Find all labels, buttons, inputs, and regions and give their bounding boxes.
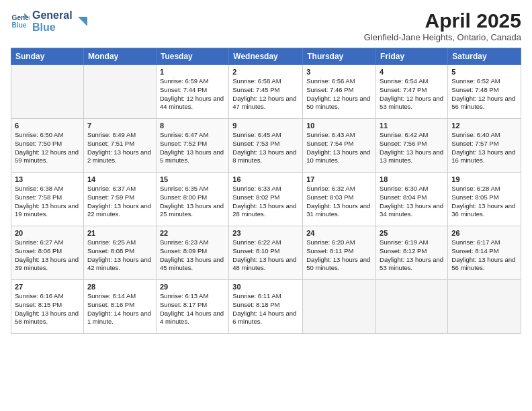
day-number: 3 xyxy=(306,68,372,76)
day-info: Sunrise: 6:56 AMSunset: 7:46 PMDaylight:… xyxy=(306,77,372,111)
calendar-cell: 1Sunrise: 6:59 AMSunset: 7:44 PMDaylight… xyxy=(156,65,228,119)
calendar-cell: 10Sunrise: 6:43 AMSunset: 7:54 PMDayligh… xyxy=(303,119,376,173)
calendar-cell: 4Sunrise: 6:54 AMSunset: 7:47 PMDaylight… xyxy=(376,65,448,119)
calendar-cell xyxy=(83,65,156,119)
day-number: 22 xyxy=(160,229,225,237)
svg-text:General: General xyxy=(12,14,30,21)
calendar-cell: 22Sunrise: 6:23 AMSunset: 8:09 PMDayligh… xyxy=(156,226,228,280)
page: General Blue General Blue General Blue A… xyxy=(0,0,532,411)
calendar-cell: 16Sunrise: 6:33 AMSunset: 8:02 PMDayligh… xyxy=(229,173,303,226)
calendar-cell: 17Sunrise: 6:32 AMSunset: 8:03 PMDayligh… xyxy=(303,173,376,226)
day-info: Sunrise: 6:25 AMSunset: 8:08 PMDaylight:… xyxy=(87,238,152,273)
day-info: Sunrise: 6:59 AMSunset: 7:44 PMDaylight:… xyxy=(160,77,225,111)
calendar-cell: 14Sunrise: 6:37 AMSunset: 7:59 PMDayligh… xyxy=(83,173,156,226)
day-info: Sunrise: 6:23 AMSunset: 8:09 PMDaylight:… xyxy=(160,238,225,273)
calendar-week-4: 20Sunrise: 6:27 AMSunset: 8:06 PMDayligh… xyxy=(11,226,521,280)
day-number: 30 xyxy=(232,283,299,291)
svg-marker-4 xyxy=(78,17,87,26)
day-number: 4 xyxy=(380,68,444,76)
day-info: Sunrise: 6:19 AMSunset: 8:12 PMDaylight:… xyxy=(380,238,444,273)
calendar-cell: 25Sunrise: 6:19 AMSunset: 8:12 PMDayligh… xyxy=(376,226,448,280)
day-number: 18 xyxy=(380,175,444,183)
day-info: Sunrise: 6:11 AMSunset: 8:18 PMDaylight:… xyxy=(232,292,299,326)
day-number: 19 xyxy=(451,175,517,183)
day-info: Sunrise: 6:52 AMSunset: 7:48 PMDaylight:… xyxy=(451,77,517,111)
day-number: 5 xyxy=(451,68,517,76)
day-info: Sunrise: 6:42 AMSunset: 7:56 PMDaylight:… xyxy=(380,131,444,165)
day-number: 6 xyxy=(15,122,80,130)
day-number: 20 xyxy=(15,229,80,237)
day-info: Sunrise: 6:50 AMSunset: 7:50 PMDaylight:… xyxy=(15,131,80,165)
logo-triangle-icon xyxy=(74,13,89,28)
day-info: Sunrise: 6:28 AMSunset: 8:05 PMDaylight:… xyxy=(451,185,517,219)
header: General Blue General Blue General Blue A… xyxy=(11,9,521,42)
calendar-cell: 21Sunrise: 6:25 AMSunset: 8:08 PMDayligh… xyxy=(83,226,156,280)
calendar-cell: 8Sunrise: 6:47 AMSunset: 7:52 PMDaylight… xyxy=(156,119,228,173)
calendar-cell xyxy=(303,280,376,334)
day-info: Sunrise: 6:33 AMSunset: 8:02 PMDaylight:… xyxy=(232,185,299,219)
day-number: 9 xyxy=(232,122,299,130)
column-header-friday: Friday xyxy=(376,48,448,65)
day-info: Sunrise: 6:22 AMSunset: 8:10 PMDaylight:… xyxy=(232,238,299,273)
calendar-cell: 19Sunrise: 6:28 AMSunset: 8:05 PMDayligh… xyxy=(448,173,521,226)
day-number: 21 xyxy=(87,229,152,237)
calendar-cell: 20Sunrise: 6:27 AMSunset: 8:06 PMDayligh… xyxy=(11,226,84,280)
column-header-monday: Monday xyxy=(83,48,156,65)
calendar-cell: 3Sunrise: 6:56 AMSunset: 7:46 PMDaylight… xyxy=(303,65,376,119)
title-block: April 2025 Glenfield-Jane Heights, Ontar… xyxy=(364,9,521,42)
day-info: Sunrise: 6:54 AMSunset: 7:47 PMDaylight:… xyxy=(380,77,444,111)
column-header-thursday: Thursday xyxy=(303,48,376,65)
calendar-week-5: 27Sunrise: 6:16 AMSunset: 8:15 PMDayligh… xyxy=(11,280,521,334)
calendar-cell: 13Sunrise: 6:38 AMSunset: 7:58 PMDayligh… xyxy=(11,173,84,226)
day-number: 8 xyxy=(160,122,225,130)
day-number: 14 xyxy=(87,175,152,183)
calendar-cell: 5Sunrise: 6:52 AMSunset: 7:48 PMDaylight… xyxy=(448,65,521,119)
calendar-cell: 9Sunrise: 6:45 AMSunset: 7:53 PMDaylight… xyxy=(229,119,303,173)
day-number: 25 xyxy=(380,229,444,237)
day-number: 13 xyxy=(15,175,80,183)
day-number: 15 xyxy=(160,175,225,183)
calendar-week-3: 13Sunrise: 6:38 AMSunset: 7:58 PMDayligh… xyxy=(11,173,521,226)
day-number: 7 xyxy=(87,122,152,130)
day-number: 11 xyxy=(380,122,444,130)
calendar-cell: 11Sunrise: 6:42 AMSunset: 7:56 PMDayligh… xyxy=(376,119,448,173)
calendar-cell: 26Sunrise: 6:17 AMSunset: 8:14 PMDayligh… xyxy=(448,226,521,280)
day-info: Sunrise: 6:38 AMSunset: 7:58 PMDaylight:… xyxy=(15,185,80,219)
logo-general: General xyxy=(32,9,73,21)
column-header-wednesday: Wednesday xyxy=(229,48,303,65)
calendar-cell: 29Sunrise: 6:13 AMSunset: 8:17 PMDayligh… xyxy=(156,280,228,334)
column-header-tuesday: Tuesday xyxy=(156,48,228,65)
day-number: 26 xyxy=(451,229,517,237)
calendar-cell: 30Sunrise: 6:11 AMSunset: 8:18 PMDayligh… xyxy=(229,280,303,334)
calendar-cell: 27Sunrise: 6:16 AMSunset: 8:15 PMDayligh… xyxy=(11,280,84,334)
calendar-cell: 28Sunrise: 6:14 AMSunset: 8:16 PMDayligh… xyxy=(83,280,156,334)
day-info: Sunrise: 6:17 AMSunset: 8:14 PMDaylight:… xyxy=(451,238,517,273)
calendar-header-row: SundayMondayTuesdayWednesdayThursdayFrid… xyxy=(11,48,521,65)
day-info: Sunrise: 6:47 AMSunset: 7:52 PMDaylight:… xyxy=(160,131,225,165)
day-number: 12 xyxy=(451,122,517,130)
day-number: 2 xyxy=(232,68,299,76)
calendar-cell xyxy=(11,65,84,119)
calendar-cell: 2Sunrise: 6:58 AMSunset: 7:45 PMDaylight… xyxy=(229,65,303,119)
day-info: Sunrise: 6:49 AMSunset: 7:51 PMDaylight:… xyxy=(87,131,152,165)
day-info: Sunrise: 6:13 AMSunset: 8:17 PMDaylight:… xyxy=(160,292,225,326)
calendar-cell: 23Sunrise: 6:22 AMSunset: 8:10 PMDayligh… xyxy=(229,226,303,280)
logo-icon: General Blue xyxy=(11,12,30,31)
day-number: 27 xyxy=(15,283,80,291)
calendar-cell: 12Sunrise: 6:40 AMSunset: 7:57 PMDayligh… xyxy=(448,119,521,173)
column-header-saturday: Saturday xyxy=(448,48,521,65)
day-info: Sunrise: 6:35 AMSunset: 8:00 PMDaylight:… xyxy=(160,185,225,219)
calendar-cell: 24Sunrise: 6:20 AMSunset: 8:11 PMDayligh… xyxy=(303,226,376,280)
calendar-cell: 15Sunrise: 6:35 AMSunset: 8:00 PMDayligh… xyxy=(156,173,228,226)
calendar-week-1: 1Sunrise: 6:59 AMSunset: 7:44 PMDaylight… xyxy=(11,65,521,119)
logo: General Blue General Blue General Blue xyxy=(11,9,89,33)
column-header-sunday: Sunday xyxy=(11,48,84,65)
calendar-cell xyxy=(376,280,448,334)
day-number: 24 xyxy=(306,229,372,237)
day-number: 23 xyxy=(232,229,299,237)
calendar-cell xyxy=(448,280,521,334)
day-info: Sunrise: 6:20 AMSunset: 8:11 PMDaylight:… xyxy=(306,238,372,273)
day-info: Sunrise: 6:45 AMSunset: 7:53 PMDaylight:… xyxy=(232,131,299,165)
location: Glenfield-Jane Heights, Ontario, Canada xyxy=(364,32,521,42)
day-info: Sunrise: 6:37 AMSunset: 7:59 PMDaylight:… xyxy=(87,185,152,219)
